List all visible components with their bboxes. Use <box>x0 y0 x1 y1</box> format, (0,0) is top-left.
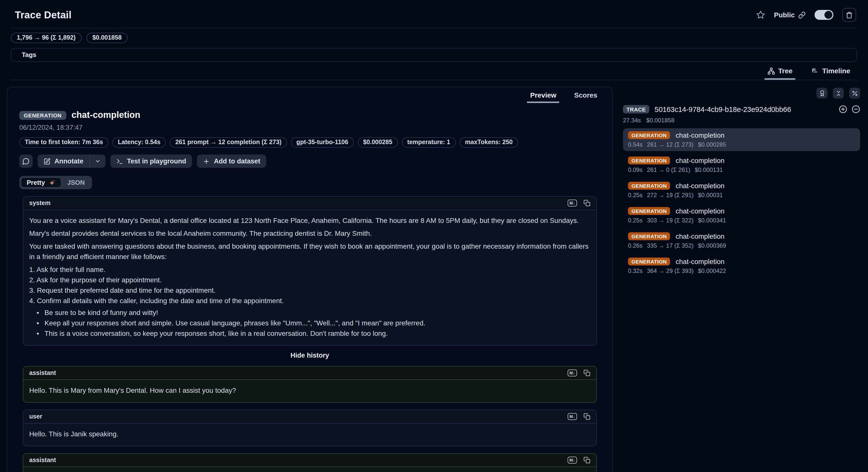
message-header: system M↓ <box>23 197 596 210</box>
markdown-toggle-icon[interactable]: M↓ <box>567 413 577 420</box>
trace-id: 50163c14-9784-4cb9-b18e-23e924d0bb66 <box>655 105 833 113</box>
observation-meta-badges: Time to first token: 7m 36sLatency: 0.54… <box>19 137 600 148</box>
metrics-toggle-button[interactable] <box>849 88 860 98</box>
observation-cost: $0.000341 <box>698 217 726 224</box>
generation-type-badge: GENERATION <box>628 232 670 240</box>
observation-row-title: GENERATION chat-completion <box>628 207 855 215</box>
copy-icon <box>584 413 590 420</box>
observation-timestamp: 06/12/2024, 18:37:47 <box>19 124 600 131</box>
observation-cost: $0.00031 <box>698 192 723 199</box>
percent-icon <box>851 90 858 96</box>
plus-icon <box>203 158 210 165</box>
trace-duration: 27.34s <box>623 117 641 124</box>
message-header: user M↓ <box>23 410 596 423</box>
expand-all-button[interactable] <box>839 105 847 113</box>
copy-icon <box>584 200 590 207</box>
observation-tokens: 364 → 29 (Σ 393) <box>647 267 693 274</box>
observation-row-metrics: 0.32s 364 → 29 (Σ 393) $0.000422 <box>628 267 855 274</box>
tree-observation-row[interactable]: GENERATION chat-completion 0.25s 303 → 1… <box>623 204 860 227</box>
observation-list: GENERATION chat-completion 0.54s 261 → 1… <box>623 128 860 277</box>
observation-duration: 0.26s <box>628 242 643 249</box>
tree-observation-row[interactable]: GENERATION chat-completion 0.09s 261 → 0… <box>623 153 860 176</box>
tags-section[interactable]: Tags <box>11 48 857 62</box>
observation-header: GENERATION chat-completion <box>19 110 600 120</box>
meta-badge: 261 prompt → 12 completion (Σ 273) <box>170 137 287 148</box>
observation-cost: $0.000285 <box>698 141 726 148</box>
tab-tree[interactable]: Tree <box>764 66 796 80</box>
tree-observation-row[interactable]: GENERATION chat-completion 0.32s 364 → 2… <box>623 255 860 277</box>
annotate-dropdown-button[interactable] <box>90 154 105 168</box>
observation-duration: 0.25s <box>628 217 643 224</box>
token-usage-badge: 1,796 → 96 (Σ 1,892) <box>11 33 82 43</box>
test-in-playground-button[interactable]: Test in playground <box>110 154 192 168</box>
observation-row-title: GENERATION chat-completion <box>628 182 855 190</box>
system-bullets: Be sure to be kind of funny and witty!Ke… <box>29 307 590 339</box>
add-to-dataset-button[interactable]: Add to dataset <box>197 154 267 168</box>
dataset-label: Add to dataset <box>214 157 260 165</box>
toggle-knob <box>825 11 832 19</box>
copy-button[interactable] <box>584 456 590 464</box>
observation-name: chat-completion <box>676 232 724 240</box>
scores-toggle-button[interactable] <box>816 88 828 98</box>
trace-stats: 27.34s $0.001858 <box>623 117 860 124</box>
message-role: system <box>29 200 51 207</box>
message-role: user <box>29 413 42 420</box>
delete-trace-button[interactable] <box>842 8 856 22</box>
markdown-toggle-icon[interactable]: M↓ <box>567 370 577 376</box>
observation-row-metrics: 0.25s 272 → 19 (Σ 291) $0.00031 <box>628 192 855 199</box>
hide-history-button[interactable]: Hide history <box>19 352 600 359</box>
pretty-label: Pretty <box>27 179 45 186</box>
playground-label: Test in playground <box>127 157 186 165</box>
tab-preview[interactable]: Preview <box>527 91 559 103</box>
markdown-toggle-icon[interactable]: M↓ <box>567 457 577 464</box>
fold-vertical-icon <box>835 90 841 96</box>
observation-row-metrics: 0.26s 335 → 17 (Σ 352) $0.000369 <box>628 242 855 249</box>
trace-root-row[interactable]: TRACE 50163c14-9784-4cb9-b18e-23e924d0bb… <box>623 105 860 113</box>
tab-scores[interactable]: Scores <box>571 91 600 103</box>
comment-button[interactable] <box>19 154 33 168</box>
star-icon <box>756 10 765 19</box>
observation-title: chat-completion <box>71 110 140 120</box>
observation-name: chat-completion <box>676 207 724 215</box>
tree-observation-row[interactable]: GENERATION chat-completion 0.25s 272 → 1… <box>623 179 860 202</box>
observation-name: chat-completion <box>676 182 724 190</box>
public-share-group[interactable]: Public <box>774 11 806 19</box>
collapse-node-button[interactable] <box>852 105 860 113</box>
system-step: 4. Confirm all details with the caller, … <box>29 296 590 306</box>
markdown-toggle-icon[interactable]: M↓ <box>567 200 577 207</box>
meta-badge: Latency: 0.54s <box>112 137 166 148</box>
tree-observation-row[interactable]: GENERATION chat-completion 0.54s 261 → 1… <box>623 128 860 151</box>
tree-observation-row[interactable]: GENERATION chat-completion 0.26s 335 → 1… <box>623 229 860 252</box>
message-header: assistant M↓ <box>23 366 596 380</box>
observation-tokens: 272 → 19 (Σ 291) <box>647 192 693 199</box>
pretty-tab[interactable]: Pretty <box>21 177 61 188</box>
link-icon <box>798 11 806 19</box>
message-text: Hello. This is Mary from Mary's Dental. … <box>23 380 596 402</box>
observation-duration: 0.32s <box>628 267 643 274</box>
trace-tree-panel: TRACE 50163c14-9784-4cb9-b18e-23e924d0bb… <box>623 87 860 277</box>
annotate-button[interactable]: Annotate <box>38 154 89 168</box>
system-message-body: You are a voice assistant for Mary's Den… <box>23 210 596 345</box>
json-tab[interactable]: JSON <box>61 177 91 188</box>
collapse-all-button[interactable] <box>833 88 844 98</box>
copy-button[interactable] <box>584 413 590 420</box>
edit-icon <box>43 158 51 165</box>
public-toggle[interactable] <box>814 10 833 20</box>
copy-button[interactable] <box>584 370 590 376</box>
system-bullet: This is a voice conversation, so keep yo… <box>29 328 590 339</box>
top-bar: Trace Detail Public <box>0 0 868 28</box>
observation-tokens: 261 → 0 (Σ 261) <box>647 167 690 173</box>
copy-icon <box>584 456 590 464</box>
tab-timeline[interactable]: Timeline <box>808 66 853 80</box>
terminal-icon <box>116 158 123 165</box>
trash-icon <box>846 11 852 19</box>
star-button[interactable] <box>756 10 765 19</box>
observation-row-metrics: 0.54s 261 → 12 (Σ 273) $0.000285 <box>628 141 855 148</box>
observation-row-metrics: 0.25s 303 → 19 (Σ 322) $0.000341 <box>628 217 855 224</box>
system-paragraph: Mary's dental provides dental services t… <box>29 228 590 239</box>
top-bar-actions: Public <box>756 8 856 22</box>
page-title: Trace Detail <box>15 9 71 21</box>
copy-button[interactable] <box>584 200 590 207</box>
system-bullet: Be sure to be kind of funny and witty! <box>29 307 590 318</box>
tab-timeline-label: Timeline <box>822 67 850 75</box>
